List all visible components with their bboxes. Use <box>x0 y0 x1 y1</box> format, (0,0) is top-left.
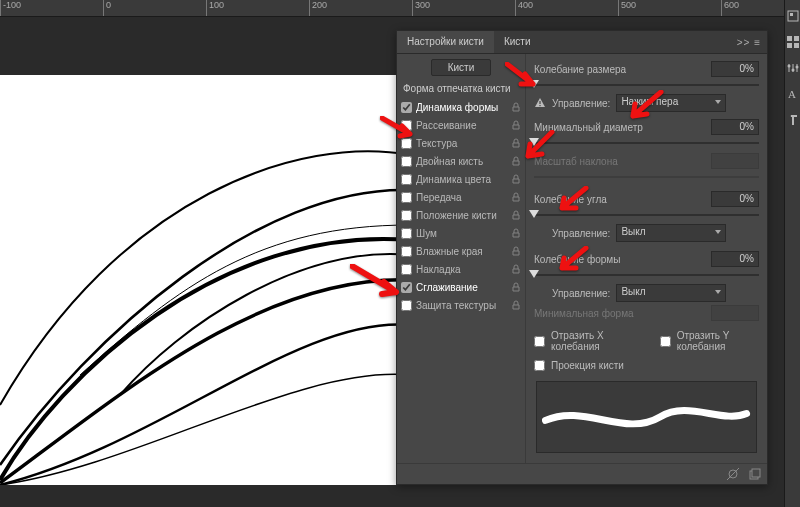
option-shape-dynamics[interactable]: Динамика формы <box>397 98 525 116</box>
swatches-icon[interactable] <box>787 36 799 48</box>
tilt-scale-slider <box>534 172 759 182</box>
option-transfer[interactable]: Передача <box>397 188 525 206</box>
control-label: Управление: <box>552 288 610 299</box>
svg-rect-8 <box>787 36 792 41</box>
min-shape-label: Минимальная форма <box>534 308 705 319</box>
annotation-arrow <box>556 186 590 218</box>
size-jitter-value[interactable]: 0% <box>711 61 759 77</box>
lock-icon[interactable] <box>511 264 521 274</box>
flip-x-label: Отразить X колебания <box>551 330 633 352</box>
panel-footer <box>397 463 767 484</box>
flip-y-label: Отразить Y колебания <box>677 330 759 352</box>
svg-point-16 <box>791 69 794 72</box>
svg-rect-9 <box>794 36 799 41</box>
control-label: Управление: <box>552 98 610 109</box>
angle-jitter-value[interactable]: 0% <box>711 191 759 207</box>
option-label: Передача <box>416 192 507 203</box>
roundness-jitter-value[interactable]: 0% <box>711 251 759 267</box>
brush-options-list: Кисти Форма отпечатка кисти Динамика фор… <box>397 54 526 463</box>
option-label: Рассеивание <box>416 120 507 131</box>
svg-point-15 <box>787 65 790 68</box>
paragraph-icon[interactable] <box>787 114 799 126</box>
lock-icon[interactable] <box>511 138 521 148</box>
min-shape-value <box>711 305 759 321</box>
annotation-arrow <box>350 264 404 302</box>
option-label: Положение кисти <box>416 210 507 221</box>
option-wet-edges[interactable]: Влажные края <box>397 242 525 260</box>
flip-y-checkbox[interactable] <box>660 336 671 347</box>
option-texture[interactable]: Текстура <box>397 134 525 152</box>
min-diameter-value[interactable]: 0% <box>711 119 759 135</box>
brushes-button[interactable]: Кисти <box>431 59 492 76</box>
option-smoothing[interactable]: Сглаживание <box>397 278 525 296</box>
toggle-preview-icon[interactable] <box>727 468 739 480</box>
option-label: Сглаживание <box>416 282 507 293</box>
tab-brush-settings[interactable]: Настройки кисти <box>397 31 494 53</box>
svg-rect-11 <box>794 43 799 48</box>
brush-projection-checkbox[interactable] <box>534 360 545 371</box>
new-brush-icon[interactable] <box>749 468 761 480</box>
annotation-arrow <box>505 62 541 94</box>
option-scattering[interactable]: Рассеивание <box>397 116 525 134</box>
svg-rect-1 <box>539 105 540 106</box>
option-buildup[interactable]: Накладка <box>397 260 525 278</box>
tab-brushes[interactable]: Кисти <box>494 31 541 53</box>
lock-icon[interactable] <box>511 228 521 238</box>
document-canvas[interactable] <box>0 75 410 485</box>
option-dual-brush[interactable]: Двойная кисть <box>397 152 525 170</box>
option-protect-texture[interactable]: Защита текстуры <box>397 296 525 314</box>
lock-icon[interactable] <box>511 102 521 112</box>
brush-preview <box>536 381 757 453</box>
option-label: Двойная кисть <box>416 156 507 167</box>
collapsed-panels-strip: A <box>784 0 800 507</box>
lock-icon[interactable] <box>511 120 521 130</box>
tilt-scale-label: Масштаб наклона <box>534 156 705 167</box>
option-dual-brush-checkbox[interactable] <box>401 156 412 167</box>
svg-point-17 <box>795 66 798 69</box>
sketch-strokes <box>0 75 410 485</box>
lock-icon[interactable] <box>511 210 521 220</box>
svg-rect-5 <box>752 469 760 477</box>
option-label: Шум <box>416 228 507 239</box>
svg-rect-7 <box>790 13 793 16</box>
option-color-dynamics[interactable]: Динамика цвета <box>397 170 525 188</box>
flip-x-checkbox[interactable] <box>534 336 545 347</box>
panel-menu-icon[interactable]: >> ≡ <box>731 37 767 48</box>
min-diameter-slider[interactable] <box>534 138 759 148</box>
option-brush-pose-checkbox[interactable] <box>401 210 412 221</box>
roundness-control-select[interactable]: Выкл <box>616 284 726 302</box>
adjustments-icon[interactable] <box>787 62 799 74</box>
lock-icon[interactable] <box>511 192 521 202</box>
option-transfer-checkbox[interactable] <box>401 192 412 203</box>
lock-icon[interactable] <box>511 246 521 256</box>
svg-rect-10 <box>787 43 792 48</box>
lock-icon[interactable] <box>511 174 521 184</box>
option-label: Динамика цвета <box>416 174 507 185</box>
lock-icon[interactable] <box>511 282 521 292</box>
lock-icon[interactable] <box>511 300 521 310</box>
size-jitter-slider[interactable] <box>534 80 759 90</box>
brush-projection-label: Проекция кисти <box>551 360 624 371</box>
option-label: Динамика формы <box>416 102 507 113</box>
min-diameter-label: Минимальный диаметр <box>534 122 705 133</box>
lock-icon[interactable] <box>511 156 521 166</box>
option-brush-pose[interactable]: Положение кисти <box>397 206 525 224</box>
type-icon[interactable]: A <box>787 88 799 100</box>
svg-rect-0 <box>539 101 540 104</box>
option-shape-dynamics-checkbox[interactable] <box>401 102 412 113</box>
panel-tabs: Настройки кисти Кисти >> ≡ <box>397 31 767 54</box>
option-label: Текстура <box>416 138 507 149</box>
panel-icon-1[interactable] <box>787 10 799 22</box>
annotation-arrow <box>556 246 590 278</box>
warning-icon <box>534 97 546 109</box>
tilt-scale-value <box>711 153 759 169</box>
option-color-dynamics-checkbox[interactable] <box>401 174 412 185</box>
option-label: Накладка <box>416 264 507 275</box>
control-label: Управление: <box>552 228 610 239</box>
option-wet-edges-checkbox[interactable] <box>401 246 412 257</box>
angle-control-select[interactable]: Выкл <box>616 224 726 242</box>
ruler-horizontal: -100010020030040050060070080090010001100… <box>0 0 785 17</box>
option-label: Защита текстуры <box>416 300 507 311</box>
option-noise[interactable]: Шум <box>397 224 525 242</box>
option-noise-checkbox[interactable] <box>401 228 412 239</box>
